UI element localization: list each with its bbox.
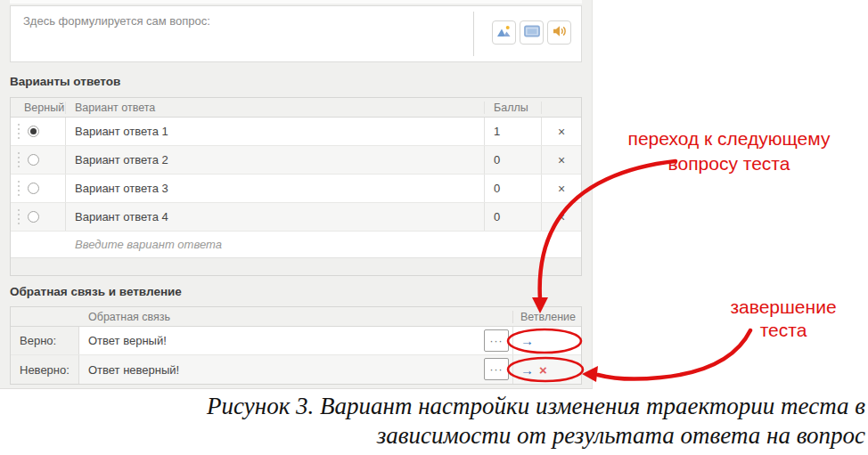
annotation-line: переход к следующему	[604, 126, 854, 151]
image-icon	[496, 25, 512, 41]
annotation-line: теста	[711, 319, 856, 342]
answer-text-input[interactable]: Вариант ответа 3	[66, 175, 485, 202]
drag-handle-icon[interactable]	[18, 181, 20, 196]
header-answer: Вариант ответа	[66, 102, 485, 114]
delete-answer-button[interactable]: ×	[542, 203, 581, 231]
branching-cell: → ×	[512, 355, 581, 384]
drag-handle-icon[interactable]	[18, 152, 20, 167]
feedback-section-title: Обратная связь и ветвление	[10, 285, 182, 298]
branching-cell: →	[512, 327, 581, 354]
answer-row: Вариант ответа 3 0 ×	[11, 175, 581, 203]
question-editor-panel: Здесь формулируется сам вопрос:	[0, 0, 593, 389]
branch-next-question-icon[interactable]: →	[520, 363, 534, 377]
figure-caption: Рисунок 3. Вариант настройки изменения т…	[99, 392, 865, 451]
correct-radio[interactable]	[28, 126, 39, 137]
correct-radio[interactable]	[28, 183, 39, 194]
answer-row: Вариант ответа 4 0 ×	[11, 203, 581, 232]
question-card: Здесь формулируется сам вопрос:	[10, 5, 582, 62]
answers-table: Верный Вариант ответа Баллы Вариант отве…	[10, 97, 582, 276]
feedback-table-header: Обратная связь Ветвление	[11, 307, 581, 327]
feedback-text-input[interactable]: Ответ верный!	[88, 334, 167, 347]
video-icon	[524, 25, 540, 41]
feedback-table: Обратная связь Ветвление Верно: Ответ ве…	[10, 306, 582, 385]
new-answer-input[interactable]: Введите вариант ответа	[11, 232, 581, 258]
row-label: Верно:	[11, 327, 79, 354]
divider	[473, 12, 474, 56]
answer-text-input[interactable]: Вариант ответа 1	[66, 118, 485, 145]
caption-line: зависимости от результата ответа на вопр…	[99, 421, 865, 451]
question-input[interactable]: Здесь формулируется сам вопрос:	[23, 14, 210, 28]
media-button-group	[492, 20, 571, 45]
answers-table-header: Верный Вариант ответа Баллы	[11, 98, 581, 118]
answer-points-input[interactable]: 0	[485, 175, 542, 202]
more-options-button[interactable]: ···	[484, 329, 509, 352]
answer-row: Вариант ответа 1 1 ×	[11, 118, 581, 146]
cropped-toolbar-edge	[10, 0, 582, 4]
correct-radio[interactable]	[28, 154, 39, 166]
feedback-row-correct: Верно: Ответ верный! ··· →	[11, 327, 581, 355]
feedback-row-incorrect: Неверно: Ответ неверный! ··· → ×	[11, 355, 581, 384]
header-points: Баллы	[485, 102, 542, 114]
answers-section-title: Варианты ответов	[10, 75, 120, 88]
annotation-line: завершение	[711, 296, 856, 319]
annotation-line: вопросу теста	[604, 151, 854, 176]
row-label: Неверно:	[11, 355, 79, 384]
header-correct: Верный	[11, 102, 66, 114]
header-feedback: Обратная связь	[79, 311, 512, 323]
drag-handle-icon[interactable]	[18, 124, 20, 139]
answer-points-input[interactable]: 0	[485, 146, 542, 174]
drag-handle-icon[interactable]	[18, 209, 20, 224]
delete-answer-button[interactable]: ×	[542, 175, 581, 202]
annotation-end-test: завершение теста	[711, 296, 856, 342]
delete-answer-button[interactable]: ×	[542, 118, 581, 145]
answer-text-input[interactable]: Вариант ответа 2	[66, 146, 485, 174]
insert-video-button[interactable]	[520, 20, 544, 45]
feedback-text-input[interactable]: Ответ неверный!	[88, 363, 179, 377]
insert-audio-button[interactable]	[547, 20, 571, 45]
answer-row: Вариант ответа 2 0 ×	[11, 146, 581, 175]
answer-text-input[interactable]: Вариант ответа 4	[66, 203, 485, 231]
table-empty-area	[11, 258, 581, 275]
branch-next-question-icon[interactable]: →	[520, 334, 534, 347]
insert-image-button[interactable]	[492, 20, 516, 45]
delete-answer-button[interactable]: ×	[542, 146, 581, 174]
answer-points-input[interactable]: 1	[485, 118, 542, 145]
audio-icon	[553, 25, 567, 41]
branch-end-test-icon[interactable]: ×	[539, 363, 547, 377]
header-branching: Ветвление	[512, 311, 581, 323]
answer-points-input[interactable]: 0	[485, 203, 542, 231]
caption-line: Рисунок 3. Вариант настройки изменения т…	[99, 392, 865, 421]
annotation-next-question: переход к следующему вопросу теста	[604, 126, 854, 176]
correct-radio[interactable]	[28, 211, 39, 223]
figure: Здесь формулируется сам вопрос:	[0, 0, 868, 455]
more-options-button[interactable]: ···	[484, 358, 509, 380]
